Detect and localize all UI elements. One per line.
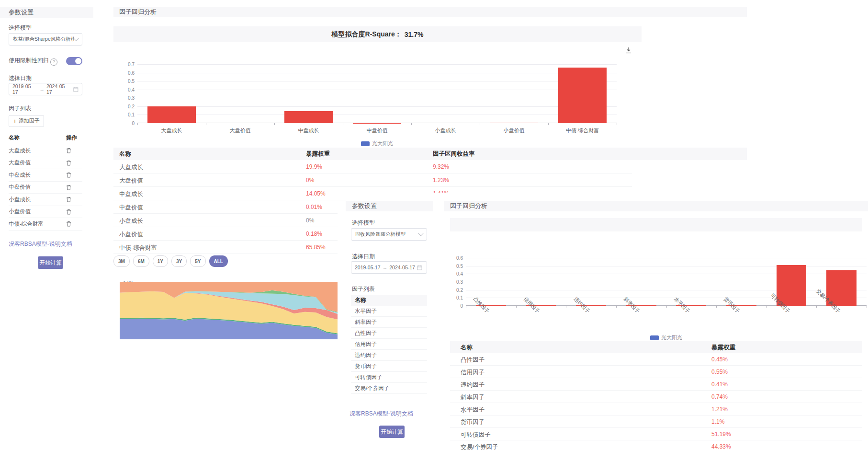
bar-大盘成长[interactable]	[147, 106, 195, 123]
x-tick	[767, 306, 767, 308]
table-row: 中债-综合财富65.85%	[113, 241, 338, 254]
table-row: 小盘成长0%	[113, 214, 338, 227]
legend-label: 光大阳光	[661, 334, 682, 341]
restricted-regression-toggle[interactable]	[66, 57, 82, 65]
factor-row: 中债-综合财富	[9, 218, 82, 231]
date-range-input[interactable]: 2019-05-17 → 2024-05-17	[9, 83, 82, 95]
fi-model-value: 固收风险暴露分析模型	[355, 231, 419, 238]
delete-icon[interactable]	[61, 221, 82, 227]
row-weight: 0.01%	[306, 204, 322, 210]
date-arrow: →	[39, 86, 45, 92]
row-weight: 19.9%	[306, 163, 322, 170]
fi-date-label: 选择日期	[352, 253, 375, 261]
table-row: 违约因子0.41%	[450, 378, 862, 391]
gridline	[137, 81, 617, 81]
delete-icon[interactable]	[61, 160, 82, 166]
gridline	[137, 98, 617, 98]
model-select[interactable]: 权益/混合Sharpe风格分析模型	[9, 33, 82, 46]
factor-list-label: 因子列表	[9, 104, 32, 113]
factor-row: 大盘价值	[9, 157, 82, 170]
x-tick	[343, 123, 343, 125]
row-weight: 44.33%	[711, 443, 731, 450]
y-tick-label: 0.4	[446, 271, 463, 277]
fi-model-select[interactable]: 固收风险暴露分析模型	[351, 228, 427, 241]
bar-中盘价值[interactable]	[353, 123, 401, 124]
range-pill-all[interactable]: ALL	[209, 255, 228, 267]
x-category-label: 大盘价值	[206, 127, 274, 134]
fi-rbsa-doc-link[interactable]: 况客RBSA模型-说明文档	[349, 410, 413, 418]
x-tick	[666, 306, 667, 308]
gridline	[466, 266, 867, 266]
calendar-icon	[73, 87, 79, 92]
calculate-button[interactable]: 开始计算	[38, 256, 63, 269]
table-row: 货币因子1.1%	[450, 415, 862, 428]
fi-rsquare-bar-empty	[450, 218, 862, 231]
delete-icon[interactable]	[61, 196, 82, 202]
sidebar-title: 参数设置	[0, 7, 93, 18]
fi-date-range-input[interactable]: 2019-05-17 → 2024-05-17	[351, 261, 427, 274]
bar-小盘价值[interactable]	[490, 123, 538, 124]
col-weight: 暴露权重	[306, 150, 330, 158]
x-tick	[548, 123, 549, 125]
y-tick-label: 0.3	[446, 279, 463, 285]
fi-calculate-button[interactable]: 开始计算	[379, 426, 405, 438]
row-weight: 0%	[306, 177, 314, 184]
x-category-label: 小盘成长	[411, 127, 480, 134]
restricted-regression-label: 使用限制性回归?	[9, 57, 57, 66]
y-tick-label: 0.6	[446, 255, 463, 261]
help-icon[interactable]: ?	[50, 58, 57, 66]
range-pill-5y[interactable]: 5Y	[190, 255, 205, 267]
add-factor-button[interactable]: + 添加因子	[9, 115, 44, 127]
y-tick-label: 0.1	[446, 295, 463, 300]
y-tick-label: 0	[446, 303, 463, 309]
date-start[interactable]: 2019-05-17	[12, 83, 37, 95]
row-name: 交易/个券因子	[461, 443, 498, 450]
range-pill-3m[interactable]: 3M	[113, 255, 130, 267]
table-row: 凸性因子0.45%	[450, 353, 862, 366]
rbsa-doc-link[interactable]: 况客RBSA模型-说明文档	[9, 240, 72, 248]
fi-chart-legend[interactable]: 光大阳光	[466, 334, 867, 341]
fi-col-weight: 暴露权重	[711, 344, 735, 352]
fi-factor-header: 名称	[351, 295, 427, 306]
fi-date-end[interactable]: 2024-05-17	[389, 265, 415, 270]
download-icon[interactable]	[625, 47, 632, 54]
sidebar-col-action: 操作	[62, 134, 82, 145]
y-tick-label: 0	[117, 121, 135, 126]
delete-icon[interactable]	[61, 148, 82, 153]
model-select-value: 权益/混合Sharpe风格分析模型	[13, 36, 74, 43]
equity-exposure-bar-chart: 00.10.20.30.40.50.60.7大盘成长大盘价值中盘成长中盘价值小盘…	[137, 64, 617, 123]
factor-row: 大盘成长	[9, 145, 82, 157]
range-pill-6m[interactable]: 6M	[133, 255, 149, 267]
y-tick-label: 0.1	[117, 112, 135, 117]
equity-table-header: 名称 暴露权重 因子区间收益率	[113, 148, 747, 160]
plus-icon: +	[13, 117, 17, 125]
delete-icon[interactable]	[61, 172, 82, 178]
range-pill-3y[interactable]: 3Y	[171, 255, 187, 267]
fi-factor-row: 水平因子	[351, 306, 427, 317]
factor-name: 小盘成长	[9, 196, 61, 203]
legend-swatch	[361, 141, 370, 146]
gridline	[137, 64, 617, 65]
x-tick	[566, 306, 566, 308]
fi-factor-row: 斜率因子	[351, 317, 427, 328]
x-category-label: 中盘成长	[274, 127, 343, 134]
date-end[interactable]: 2024-05-17	[46, 83, 71, 95]
delete-icon[interactable]	[61, 185, 82, 190]
fi-col-name: 名称	[351, 295, 427, 306]
fixed-income-regression-panel: 因子回归分析 00.10.20.30.40.50.6凸性因子信用因子违约因子斜率…	[444, 199, 868, 450]
row-interval-return: 9.32%	[433, 163, 449, 170]
equity-chart-legend[interactable]: 光大阳光	[137, 140, 617, 147]
row-weight: 0.18%	[306, 231, 322, 237]
range-pill-1y[interactable]: 1Y	[153, 255, 168, 267]
delete-icon[interactable]	[61, 209, 82, 215]
rsquare-value: 31.7%	[405, 31, 424, 38]
bar-中盘成长[interactable]	[284, 111, 332, 123]
factor-name: 中盘价值	[9, 184, 61, 191]
gridline	[466, 258, 867, 258]
bar-中债-综合财富[interactable]	[558, 68, 606, 123]
calendar-icon	[417, 265, 422, 270]
fi-result-title: 因子回归分析	[444, 201, 868, 211]
fi-date-start[interactable]: 2019-05-17	[355, 265, 381, 270]
time-range-selector: 3M6M1Y3Y5YALL	[113, 255, 231, 267]
fi-table-header: 名称 暴露权重	[450, 341, 862, 353]
